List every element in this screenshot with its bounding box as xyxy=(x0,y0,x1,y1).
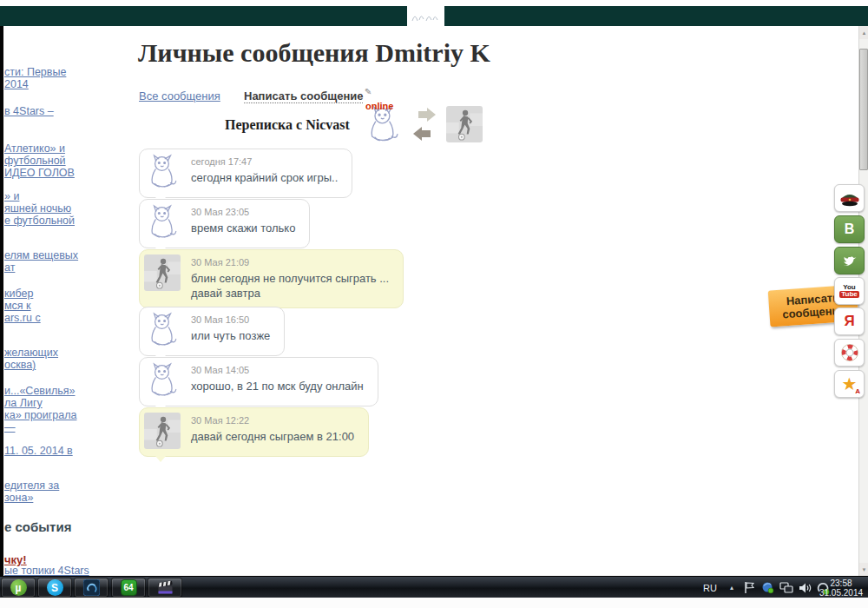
yandex-icon[interactable]: Я xyxy=(834,307,865,335)
desktop-screen: сти: Первые 2014 в 4Stars – Атлетико» и … xyxy=(0,0,868,608)
taskbar-skype-button[interactable]: S xyxy=(37,578,72,598)
message-bubble: 30 Мая 16:50 или чуть позже xyxy=(139,307,285,356)
cat-avatar-icon xyxy=(144,312,181,348)
youtube-icon[interactable]: You Tube xyxy=(834,277,865,305)
clock-date: 31.05.2014 xyxy=(819,588,863,598)
sidebar-topics-link[interactable]: ые топики 4Stars xyxy=(4,565,89,577)
sidebar-link[interactable]: 11. 05. 2014 в xyxy=(4,445,73,457)
desktop-edge-strip xyxy=(0,26,3,576)
language-indicator[interactable]: RU xyxy=(700,577,720,598)
message-text: время скажи только xyxy=(191,221,295,235)
message-time: 30 Мая 21:09 xyxy=(191,257,389,268)
vk-letter: В xyxy=(845,221,855,237)
clapperboard-icon xyxy=(157,579,174,596)
sidebar-link[interactable]: в 4Stars – xyxy=(4,105,54,117)
sidebar-link[interactable]: едителя за зона» xyxy=(4,479,59,504)
sidebar-link[interactable]: елям вещевых ат xyxy=(4,249,78,274)
display-settings-icon[interactable] xyxy=(778,577,795,598)
message-text: сегодня крайний срок игры.. xyxy=(191,170,338,185)
all-messages-link[interactable]: Все сообщения xyxy=(139,89,220,102)
message-bubble: 30 Мая 14:05 хорошо, в 21 по мск буду он… xyxy=(139,357,378,406)
twitter-icon[interactable] xyxy=(834,247,865,274)
message-bubble: сегодня 17:47 сегодня крайний срок игры.… xyxy=(139,149,352,198)
scroll-up-button[interactable]: ▲ xyxy=(859,26,868,39)
action-center-flag-icon[interactable] xyxy=(741,577,757,598)
message-time: сегодня 17:47 xyxy=(191,156,338,167)
message-text: блин сегодня не получится сыграть ... да… xyxy=(191,271,389,301)
footballer-avatar-icon xyxy=(144,413,181,449)
message-bubble-own: 30 Мая 12:22 давай сегодня сыграем в 21:… xyxy=(139,407,369,457)
scroll-down-button[interactable]: ▼ xyxy=(859,563,868,576)
lifebuoy-glyph xyxy=(840,343,859,362)
sidebar-link[interactable]: и...«Севилья» ла Лигу ка» проиграла — xyxy=(4,385,76,433)
cat-avatar-icon xyxy=(144,204,181,241)
cat-avatar-icon xyxy=(144,362,181,399)
military-cap-icon[interactable] xyxy=(834,184,865,212)
conversation-title: Переписка с Nicvast xyxy=(225,117,350,133)
edit-icon: ✎ xyxy=(365,87,372,96)
twitter-bird-glyph xyxy=(841,253,858,268)
online-status-badge: online xyxy=(365,101,393,111)
taskbar-video-editor-button[interactable] xyxy=(148,578,182,598)
exchange-arrows-icon xyxy=(413,108,436,142)
sidebar-events-header: е события xyxy=(4,519,71,534)
sidebar-link[interactable]: сти: Первые 2014 xyxy=(4,66,66,90)
sidebar-link[interactable]: желающих осква) xyxy=(4,347,58,371)
tray-expand-icon[interactable]: ▴ xyxy=(724,577,740,598)
security-app-icon[interactable] xyxy=(759,577,776,598)
taskbar-clock[interactable]: 23:58 31.05.2014 xyxy=(814,577,868,598)
message-bubble: 30 Мая 23:05 время скажи только xyxy=(139,199,310,248)
app64-icon: 64 xyxy=(121,579,137,596)
youtube-text-bottom: Tube xyxy=(839,291,859,298)
skype-icon: S xyxy=(47,579,63,596)
dmitriy-avatar xyxy=(446,106,483,142)
message-text: или чуть позже xyxy=(191,328,270,343)
sidebar-link[interactable]: » и яшней ночью е футбольной xyxy=(4,190,75,227)
bottom-strip xyxy=(0,598,868,608)
clock-time: 23:58 xyxy=(819,578,863,588)
page-title: Личные сообщения Dmitriy K xyxy=(138,38,490,68)
footballer-avatar-icon xyxy=(144,254,181,291)
cap-glyph xyxy=(838,189,861,207)
star-rating-icon[interactable]: ★ A xyxy=(834,370,865,398)
taskbar-app64-button[interactable]: 64 xyxy=(111,578,146,598)
yandex-letter: Я xyxy=(844,313,854,330)
message-text: давай сегодня сыграем в 21:00 xyxy=(191,429,354,444)
youtube-logo: You Tube xyxy=(839,284,859,298)
volume-icon[interactable] xyxy=(797,577,814,598)
scrollbar-thumb[interactable] xyxy=(859,49,868,170)
message-time: 30 Мая 16:50 xyxy=(191,314,270,325)
taskbar-utorrent-button[interactable]: µ xyxy=(1,578,36,598)
sidebar-link[interactable]: кибер мся к ars.ru с xyxy=(4,287,41,324)
message-bubble-own: 30 Мая 21:09 блин сегодня не получится с… xyxy=(139,249,404,308)
paw-sketch-icon xyxy=(410,8,443,25)
vk-icon[interactable]: В xyxy=(834,215,865,243)
message-time: 30 Мая 14:05 xyxy=(191,365,364,375)
windows-taskbar: µ S 64 xyxy=(0,576,868,598)
cat-avatar-icon xyxy=(144,154,181,190)
header-doodle xyxy=(407,6,444,26)
star-badge-letter: A xyxy=(855,387,860,395)
message-text: хорошо, в 21 по мск буду онлайн xyxy=(191,379,364,393)
blue-swirl-icon xyxy=(83,579,100,596)
top-strip xyxy=(0,0,868,6)
utorrent-icon: µ xyxy=(10,579,27,596)
sidebar-link[interactable]: Атлетико» и футбольной ИДЕО ГОЛОВ xyxy=(4,142,75,179)
message-time: 30 Мая 12:22 xyxy=(191,415,354,426)
message-time: 30 Мая 23:05 xyxy=(191,207,295,217)
taskbar-media-app-button[interactable] xyxy=(74,578,108,598)
write-message-link[interactable]: Написать сообщение xyxy=(244,89,363,103)
lifebuoy-icon[interactable] xyxy=(834,339,865,367)
